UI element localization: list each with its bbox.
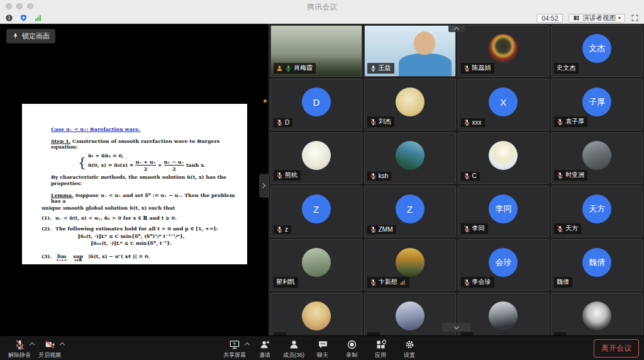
participant-tile[interactable]: 魏倩魏倩 bbox=[551, 239, 643, 291]
participant-tile[interactable]: DD bbox=[270, 79, 362, 130]
participant-name: 卞新想 bbox=[379, 278, 397, 286]
info-icon[interactable] bbox=[5, 14, 13, 22]
toolbar-settings-button[interactable]: 设置 bbox=[395, 337, 424, 359]
participant-name-badge: 熊杭 bbox=[274, 170, 301, 181]
avatar: 会珍 bbox=[489, 248, 518, 277]
view-mode-label: 演讲者视图 bbox=[582, 14, 616, 23]
avatar: 魏倩 bbox=[582, 248, 611, 277]
participant-tile[interactable]: 陈蕊娟 bbox=[458, 25, 550, 77]
slide-by-line: By characteristic methods, the smooth so… bbox=[51, 174, 236, 186]
participant-name-badge: 李会珍 bbox=[461, 277, 494, 288]
avatar bbox=[489, 34, 518, 63]
participant-tile[interactable]: Zz bbox=[270, 186, 362, 237]
participant-tile[interactable]: 熊杭 bbox=[270, 132, 362, 184]
participant-tile[interactable]: ksh bbox=[364, 132, 456, 184]
slide-item2: (2).The following estimates hold for all… bbox=[42, 226, 236, 232]
participant-tile[interactable] bbox=[270, 293, 362, 335]
mic-muted-icon bbox=[557, 172, 564, 179]
participant-name: 刘杰 bbox=[379, 117, 391, 126]
toolbar-members-button[interactable]: 成员(36) bbox=[279, 337, 308, 359]
participant-name-badge: 李同 bbox=[461, 223, 488, 234]
mic-muted-icon bbox=[464, 225, 470, 232]
slide-item1: (1).u₋ < ũ(t, x) < u₊, ũₓ > 0 for x ∈ ℝ … bbox=[42, 215, 236, 222]
close-window-button[interactable] bbox=[6, 3, 12, 9]
members-icon bbox=[288, 339, 299, 350]
participant-tile[interactable]: 肖梅霞 bbox=[270, 25, 362, 77]
pin-view-button[interactable]: 锁定画面 bbox=[6, 29, 55, 43]
participant-tile[interactable]: 天方天方 bbox=[551, 186, 643, 237]
participant-tile[interactable]: 时亚洲 bbox=[551, 132, 643, 184]
participant-tile[interactable]: 翟利凯 bbox=[270, 239, 362, 291]
toolbar-screen-share-button[interactable]: 共享屏幕 bbox=[220, 337, 249, 359]
participant-tile[interactable]: 卞新想 bbox=[364, 239, 456, 291]
mic-muted-icon bbox=[276, 226, 283, 233]
participant-tile[interactable]: Xxxx bbox=[458, 79, 550, 130]
participant-tile[interactable] bbox=[458, 293, 550, 335]
record-icon bbox=[346, 339, 357, 350]
macos-titlebar: 腾讯会议 bbox=[0, 0, 644, 13]
toolbar-label: 邀请 bbox=[259, 351, 270, 359]
meeting-info-group bbox=[5, 14, 42, 22]
minimize-window-button[interactable] bbox=[16, 3, 23, 9]
avatar bbox=[396, 248, 425, 277]
tencent-meeting-window: 腾讯会议 04:52 演讲者视图 ▾ bbox=[0, 0, 644, 360]
zoom-window-button[interactable] bbox=[27, 3, 33, 9]
participant-name-badge: 卞新想 bbox=[367, 277, 409, 288]
mic-muted-icon bbox=[276, 119, 283, 126]
participant-name-badge: 天方 bbox=[554, 223, 581, 234]
participant-name-badge: 陈蕊娟 bbox=[461, 63, 494, 74]
slide-estimate1: ‖ũₓ(t, ·)‖Lᵖ ≤ C min{δᴿ, (δᴿ)¹/ᵖ t⁻¹⁺¹/ᵖ… bbox=[42, 233, 221, 240]
start-video-label: 开启视频 bbox=[38, 351, 61, 359]
meeting-topbar-right: 04:52 演讲者视图 ▾ bbox=[536, 14, 639, 23]
toolbar-record-button[interactable]: 录制 bbox=[337, 337, 366, 359]
participant-tile[interactable] bbox=[551, 293, 643, 335]
mic-muted-icon bbox=[464, 279, 470, 286]
chevron-down-icon: ▾ bbox=[618, 15, 621, 21]
fullscreen-icon[interactable] bbox=[631, 14, 639, 22]
settings-icon bbox=[404, 339, 415, 350]
leave-meeting-button[interactable]: 离开会议 bbox=[594, 339, 639, 357]
avatar bbox=[489, 141, 518, 170]
annotation-dot bbox=[264, 99, 267, 103]
participant-name: xxx bbox=[472, 119, 482, 126]
participant-tile[interactable]: 子厚袁子厚 bbox=[551, 79, 643, 130]
unmute-button[interactable]: 解除静音 bbox=[5, 337, 34, 359]
participant-tile[interactable]: ZZMM bbox=[364, 186, 456, 237]
participant-name-badge bbox=[367, 332, 380, 335]
scroll-down-button[interactable] bbox=[442, 323, 471, 332]
participant-name-badge: ZMM bbox=[367, 225, 396, 234]
avatar bbox=[302, 141, 331, 170]
toolbar-apps-button[interactable]: 应用 bbox=[366, 337, 395, 359]
collapse-panel-handle[interactable] bbox=[259, 174, 269, 198]
network-signal-icon bbox=[399, 279, 406, 286]
participant-name-badge: C bbox=[461, 172, 480, 181]
participant-tile[interactable]: 刘杰 bbox=[364, 79, 456, 130]
mic-muted-icon bbox=[557, 118, 564, 125]
participant-tile[interactable]: 王益 bbox=[364, 25, 456, 77]
network-quality-icon[interactable] bbox=[34, 14, 42, 22]
start-video-button[interactable]: 开启视频 bbox=[35, 337, 64, 359]
participant-tile[interactable]: 李同李同 bbox=[458, 186, 550, 237]
view-mode-button[interactable]: 演讲者视图 ▾ bbox=[569, 14, 625, 23]
participant-tile[interactable]: C bbox=[458, 132, 550, 184]
mic-live-icon bbox=[285, 65, 292, 72]
participant-name: 李同 bbox=[472, 224, 485, 233]
participant-name-badge: 时亚洲 bbox=[554, 170, 587, 181]
mic-muted-icon bbox=[464, 172, 470, 179]
scroll-up-button[interactable] bbox=[448, 25, 465, 32]
participant-name-badge: 魏倩 bbox=[554, 277, 572, 288]
participant-name: z bbox=[285, 226, 288, 233]
toolbar-chat-button[interactable]: 聊天 bbox=[308, 337, 337, 359]
shield-icon[interactable] bbox=[19, 14, 28, 22]
toolbar-label: 共享屏幕 bbox=[223, 351, 246, 359]
participant-name-badge: 刘杰 bbox=[367, 116, 394, 127]
participant-tile[interactable]: 文杰史文杰 bbox=[551, 25, 643, 77]
participant-name-badge: 翟利凯 bbox=[274, 277, 298, 288]
avatar bbox=[489, 301, 518, 330]
window-title: 腾讯会议 bbox=[307, 2, 337, 13]
participant-name: 熊杭 bbox=[285, 171, 297, 179]
toolbar-invite-button[interactable]: 邀请 bbox=[250, 337, 279, 359]
window-controls bbox=[6, 3, 33, 9]
participant-tile[interactable]: 会珍李会珍 bbox=[458, 239, 550, 291]
participant-name: C bbox=[472, 172, 477, 179]
